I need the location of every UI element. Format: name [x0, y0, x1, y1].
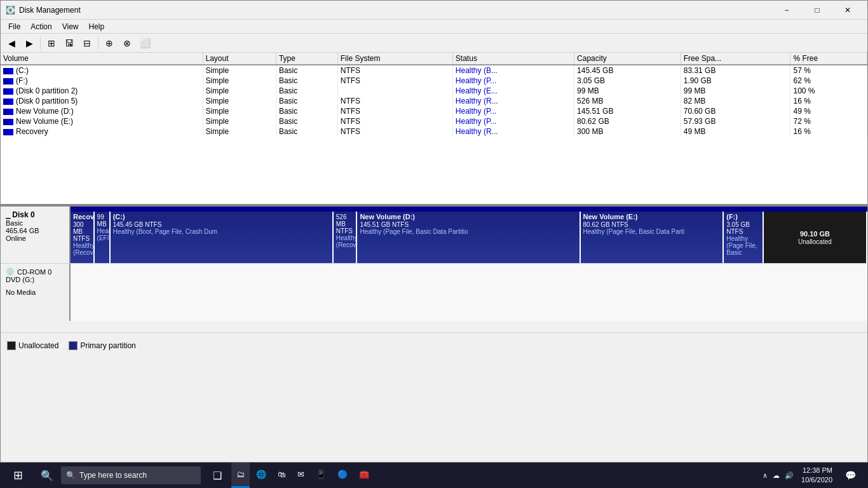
- task-view-button[interactable]: ❑: [205, 463, 230, 488]
- taskbar-unknown[interactable]: 🧰: [354, 463, 374, 488]
- cell-status: Healthy (E...: [452, 86, 574, 96]
- cell-volume: (F:): [1, 76, 203, 86]
- maximize-button[interactable]: □: [803, 1, 832, 20]
- cell-fs: NTFS: [337, 106, 452, 116]
- start-button[interactable]: ⊞: [3, 463, 33, 488]
- taskbar-mail[interactable]: ✉: [292, 463, 309, 488]
- cell-layout: Simple: [203, 106, 276, 116]
- show-console-button[interactable]: ⊞: [43, 36, 60, 51]
- table-row[interactable]: (F:) Simple Basic NTFS Healthy (P... 3.0…: [1, 76, 867, 86]
- cell-volume: New Volume (D:): [1, 106, 203, 116]
- clock[interactable]: 12:38 PM 10/6/2020: [796, 466, 837, 485]
- col-capacity[interactable]: Capacity: [574, 53, 681, 65]
- cell-status: Healthy (P...: [452, 76, 574, 86]
- legend-unalloc: Unallocated: [7, 341, 58, 350]
- title-bar-controls: − □ ✕: [772, 1, 862, 20]
- taskbar-phone[interactable]: 📱: [311, 463, 331, 488]
- table-row[interactable]: Recovery Simple Basic NTFS Healthy (R...…: [1, 126, 867, 137]
- legend-unalloc-box: [7, 341, 16, 350]
- disk0-partitions: Recovery 300 MB NTFS Healthy (Recove 99 …: [71, 212, 867, 263]
- table-row[interactable]: (Disk 0 partition 5) Simple Basic NTFS H…: [1, 96, 867, 106]
- menu-help[interactable]: Help: [84, 21, 110, 32]
- cell-free: 49 MB: [681, 126, 790, 137]
- disk0-row: ⎯ Disk 0 Basic 465.64 GB Online Recovery…: [1, 207, 867, 264]
- chevron-up-icon[interactable]: ∧: [763, 471, 768, 480]
- cell-status: Healthy (P...: [452, 116, 574, 126]
- help-button[interactable]: ⊕: [101, 36, 118, 51]
- menu-file[interactable]: File: [3, 21, 25, 32]
- disk0-status: Online: [6, 234, 64, 242]
- cell-volume: (Disk 0 partition 2): [1, 86, 203, 96]
- table-row[interactable]: (Disk 0 partition 2) Simple Basic Health…: [1, 86, 867, 96]
- new-volume-button[interactable]: ⊗: [119, 36, 135, 51]
- cell-free: 57.93 GB: [681, 116, 790, 126]
- menu-view[interactable]: View: [57, 21, 84, 32]
- minimize-button[interactable]: −: [772, 1, 801, 20]
- disk0-visual: Recovery 300 MB NTFS Healthy (Recove 99 …: [71, 207, 867, 263]
- toolbar-sep-1: [40, 37, 41, 50]
- table-row[interactable]: New Volume (E:) Simple Basic NTFS Health…: [1, 116, 867, 126]
- taskbar-store[interactable]: 🛍: [273, 463, 291, 488]
- legend-unalloc-label: Unallocated: [18, 341, 58, 350]
- cell-capacity: 145.51 GB: [574, 106, 681, 116]
- cdrom0-name-row: 💿 CD-ROM 0: [6, 268, 64, 276]
- menu-bar: File Action View Help: [1, 20, 867, 34]
- disk0-name: ⎯ Disk 0: [6, 210, 64, 219]
- notification-button[interactable]: 💬: [840, 463, 860, 488]
- cell-layout: Simple: [203, 96, 276, 106]
- partition-e[interactable]: New Volume (E:) 80.62 GB NTFS Healthy (P…: [581, 212, 724, 263]
- cell-volume: Recovery: [1, 126, 203, 137]
- sys-tray: ∧ ☁ 🔊: [763, 471, 794, 480]
- cell-pct: 49 %: [790, 106, 867, 116]
- cell-status: Healthy (R...: [452, 126, 574, 137]
- search-taskbar-icon[interactable]: 🔍: [34, 463, 60, 488]
- col-layout[interactable]: Layout: [203, 53, 276, 65]
- col-pctfree[interactable]: % Free: [790, 53, 867, 65]
- col-volume[interactable]: Volume: [1, 53, 203, 65]
- format-button[interactable]: ⬜: [137, 36, 153, 51]
- legend-primary-box: [69, 341, 78, 350]
- taskbar: ⊞ 🔍 🔍 Type here to search ❑ 🗂 🌐 🛍 ✉ 📱 🔵 …: [0, 463, 868, 488]
- disk0-label: ⎯ Disk 0 Basic 465.64 GB Online: [1, 207, 71, 263]
- partition-recovery[interactable]: Recovery 300 MB NTFS Healthy (Recove: [71, 212, 95, 263]
- partition-f[interactable]: (F:) 3.05 GB NTFS Healthy (Page File, Ba…: [724, 212, 764, 263]
- close-button[interactable]: ✕: [833, 1, 862, 20]
- partition-c[interactable]: (C:) 145.45 GB NTFS Healthy (Boot, Page …: [111, 212, 334, 263]
- menu-action[interactable]: Action: [25, 21, 57, 32]
- main-window: 💽 Disk Management − □ ✕ File Action View…: [0, 0, 868, 463]
- table-row[interactable]: (C:) Simple Basic NTFS Healthy (B... 145…: [1, 65, 867, 76]
- legend-primary-label: Primary partition: [80, 341, 135, 350]
- refresh-button[interactable]: ⊟: [79, 36, 95, 51]
- volume-icon[interactable]: 🔊: [785, 471, 794, 480]
- cell-free: 99 MB: [681, 86, 790, 96]
- network-icon[interactable]: ☁: [773, 471, 780, 480]
- taskbar-chrome[interactable]: 🔵: [332, 463, 353, 488]
- title-bar-left: 💽 Disk Management: [6, 6, 81, 15]
- taskbar-edge[interactable]: 🌐: [251, 463, 271, 488]
- search-box[interactable]: 🔍 Type here to search: [61, 466, 201, 484]
- back-button[interactable]: ◀: [3, 36, 20, 51]
- disk0-top-bar: [71, 207, 867, 212]
- col-type[interactable]: Type: [276, 53, 337, 65]
- cell-capacity: 526 MB: [574, 96, 681, 106]
- volumes-table-area: Volume Layout Type File System Status Ca…: [1, 53, 867, 205]
- partition-disk0p5[interactable]: 526 MB NTFS Healthy (Recover: [334, 212, 358, 263]
- cell-type: Basic: [276, 65, 337, 76]
- taskbar-icons: ❑ 🗂 🌐 🛍 ✉ 📱 🔵 🧰: [205, 463, 374, 488]
- col-filesystem[interactable]: File System: [337, 53, 452, 65]
- taskbar-file-explorer[interactable]: 🗂: [231, 463, 250, 488]
- table-row[interactable]: New Volume (D:) Simple Basic NTFS Health…: [1, 106, 867, 116]
- cell-volume: New Volume (E:): [1, 116, 203, 126]
- col-status[interactable]: Status: [452, 53, 574, 65]
- partition-d[interactable]: New Volume (D:) 145.51 GB NTFS Healthy (…: [357, 212, 580, 263]
- partition-unallocated[interactable]: 90.10 GB Unallocated: [764, 212, 867, 263]
- forward-button[interactable]: ▶: [21, 36, 37, 51]
- cell-fs: NTFS: [337, 126, 452, 137]
- cell-capacity: 3.05 GB: [574, 76, 681, 86]
- app-icon: 💽: [6, 6, 15, 15]
- cell-layout: Simple: [203, 76, 276, 86]
- col-freespace[interactable]: Free Spa...: [681, 53, 790, 65]
- partition-efi[interactable]: 99 MB Healthy (EFI: [95, 212, 111, 263]
- cell-pct: 100 %: [790, 86, 867, 96]
- properties-button[interactable]: 🖫: [61, 36, 78, 51]
